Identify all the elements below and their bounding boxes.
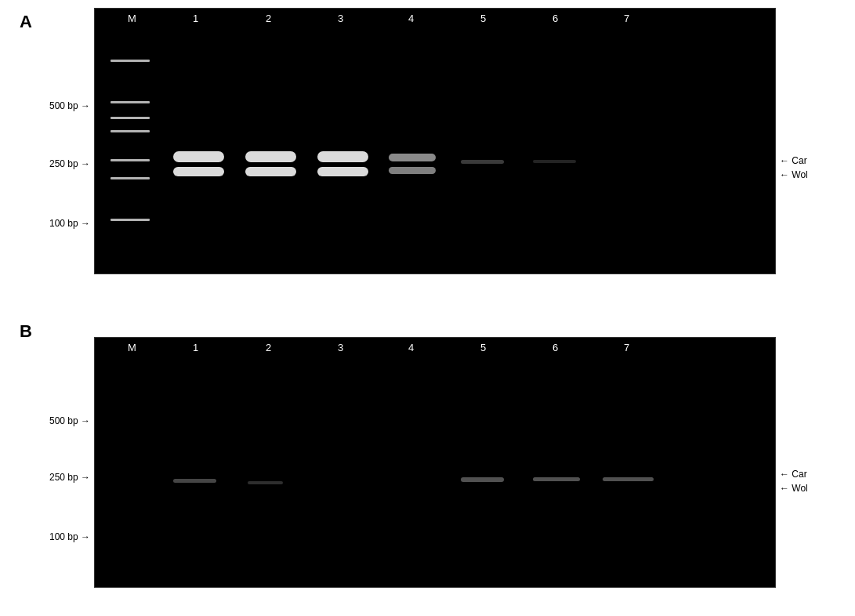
marker-250bp-b: 250 bp → [49,472,90,483]
band-lane1-top-a [173,151,224,162]
lane-header-6-a: 6 [552,13,558,24]
gel-image-b: M 1 2 3 4 5 6 7 [94,337,776,588]
panel-b: B 500 bp → 250 bp → 100 bp → M 1 2 3 4 5… [8,313,846,603]
marker-100bp-a: 100 bp → [49,218,90,229]
car-label-a: ← Car [780,155,807,166]
figure-container: A 500 bp → 250 bp → 100 bp → M 1 2 3 4 5 [8,8,846,608]
lane-header-4-a: 4 [408,13,414,24]
band-lane1-b [173,479,216,483]
wol-label-b: ← Wol [780,483,808,494]
size-markers-a: 500 bp → 250 bp → 100 bp → [8,8,94,274]
lane-header-2-a: 2 [266,13,271,24]
band-labels-b: ← Car ← Wol [776,337,846,588]
marker-500bp-b: 500 bp → [49,415,90,426]
car-label-b: ← Car [780,469,807,480]
band-lane1-bot-a [173,167,224,176]
band-lane6-a [533,160,576,163]
lane-header-6-b: 6 [552,342,558,353]
gel-image-a: M 1 2 3 4 5 6 7 [94,8,776,274]
band-lane6-b [533,477,580,481]
band-lane4-top-a [389,154,436,161]
panel-a: A 500 bp → 250 bp → 100 bp → M 1 2 3 4 5 [8,8,846,290]
lane-header-m-a: M [128,13,136,24]
band-lane5-a [461,160,504,164]
lane-header-5-a: 5 [480,13,486,24]
marker-band-600-a [110,60,150,62]
marker-100bp-b: 100 bp → [49,531,90,542]
marker-band-400-a [110,117,150,119]
lane-header-1-b: 1 [193,342,198,353]
lane-header-4-b: 4 [408,342,414,353]
band-labels-a: ← Car ← Wol [776,8,846,274]
band-lane2-bot-a [245,167,296,176]
marker-band-100-a [110,219,150,221]
lane-header-3-a: 3 [338,13,343,24]
lane-header-m-b: M [128,342,136,353]
band-lane4-bot-a [389,167,436,174]
marker-band-250-a [110,159,150,161]
lane-header-5-b: 5 [480,342,486,353]
band-lane3-bot-a [317,167,368,176]
marker-500bp-a: 500 bp → [49,100,90,111]
band-lane2-b [248,481,283,484]
band-lane5-b [461,477,504,482]
wol-label-a: ← Wol [780,169,808,180]
lane-header-2-b: 2 [266,342,271,353]
marker-250bp-a: 250 bp → [49,158,90,169]
marker-band-200-a [110,177,150,179]
lane-header-7-b: 7 [624,342,629,353]
marker-band-350-a [110,130,150,132]
lane-header-1-a: 1 [193,13,198,24]
band-lane3-top-a [317,151,368,162]
lane-header-3-b: 3 [338,342,343,353]
band-lane7-b [603,477,654,481]
size-markers-b: 500 bp → 250 bp → 100 bp → [8,337,94,588]
marker-band-500-a [110,101,150,103]
lane-header-7-a: 7 [624,13,629,24]
band-lane2-top-a [245,151,296,162]
